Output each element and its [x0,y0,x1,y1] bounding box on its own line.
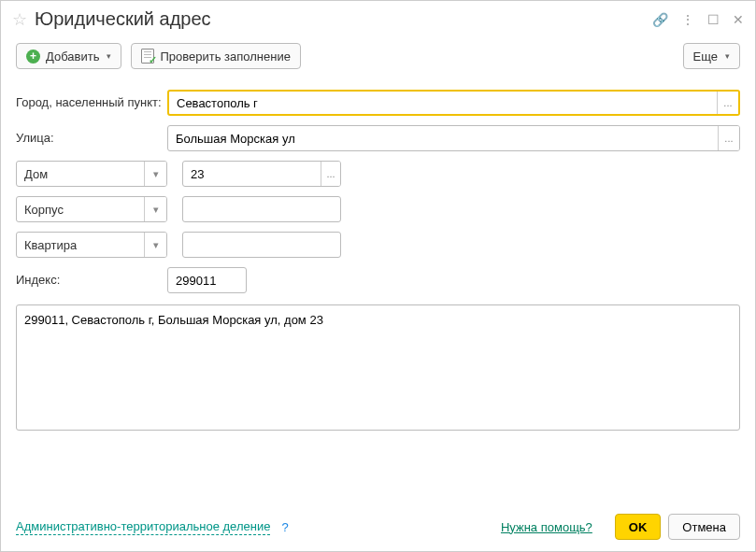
kebab-menu-icon[interactable]: ⋮ [681,12,694,27]
city-input[interactable] [169,92,717,114]
ok-button[interactable]: OK [615,514,662,540]
flat-type-value: Квартира [17,233,144,257]
korpus-type-select[interactable]: Корпус [16,196,167,222]
title-actions: 🔗 ⋮ ☐ ✕ [652,12,744,27]
house-type-value: Дом [17,162,144,186]
row-house: Дом [16,161,740,187]
row-street: Улица: [16,125,740,151]
verify-button-label: Проверить заполнение [160,50,290,64]
chevron-down-icon [107,51,111,61]
label-index: Индекс: [16,267,167,287]
korpus-input[interactable] [183,197,340,221]
adm-division-link[interactable]: Административно-территориальное деление [16,519,270,535]
row-flat: Квартира [16,232,740,258]
street-lookup-button[interactable] [718,126,739,150]
row-korpus: Корпус [16,196,740,222]
label-city: Город, населенный пункт: [16,90,167,109]
house-lookup-button[interactable] [321,162,340,186]
dialog-window: ☆ Юридический адрес 🔗 ⋮ ☐ ✕ + Добавить П… [0,0,756,552]
korpus-input-wrapper [182,196,341,222]
link-icon[interactable]: 🔗 [652,12,668,27]
titlebar: ☆ Юридический адрес 🔗 ⋮ ☐ ✕ [1,1,755,35]
add-button[interactable]: + Добавить [16,43,121,69]
plus-circle-icon: + [26,50,40,64]
flat-input[interactable] [183,233,340,257]
verify-fill-button[interactable]: Проверить заполнение [131,43,300,69]
close-icon[interactable]: ✕ [733,12,744,27]
add-button-label: Добавить [46,50,99,64]
chevron-down-icon [144,233,166,257]
full-address-textarea[interactable] [16,304,740,431]
chevron-down-icon [144,162,166,186]
need-help-link[interactable]: Нужна помощь? [501,520,592,534]
label-street: Улица: [16,125,167,145]
favorite-star-icon[interactable]: ☆ [12,9,27,30]
row-index: Индекс: [16,267,740,293]
cancel-button[interactable]: Отмена [668,514,740,540]
city-input-wrapper [167,90,740,116]
chevron-down-icon [144,197,166,221]
house-input-wrapper [182,161,341,187]
korpus-type-value: Корпус [17,197,144,221]
city-lookup-button[interactable] [717,92,738,114]
toolbar: + Добавить Проверить заполнение Еще [1,35,755,77]
footer: Административно-территориальное деление … [1,502,755,551]
row-full-address [16,304,740,431]
window-title: Юридический адрес [35,8,645,30]
index-input[interactable] [168,268,246,292]
house-input[interactable] [183,162,321,186]
flat-input-wrapper [182,232,341,258]
chevron-down-icon [725,51,730,61]
index-input-wrapper [167,267,247,293]
document-check-icon [141,49,154,64]
maximize-icon[interactable]: ☐ [707,12,720,27]
street-input-wrapper [167,125,740,151]
flat-type-select[interactable]: Квартира [16,232,167,258]
house-type-select[interactable]: Дом [16,161,167,187]
more-button[interactable]: Еще [683,43,740,69]
more-button-label: Еще [693,50,718,64]
form-body: Город, населенный пункт: Улица: [1,77,755,502]
row-city: Город, населенный пункт: [16,90,740,116]
street-input[interactable] [168,126,718,150]
help-icon[interactable]: ? [281,520,288,534]
